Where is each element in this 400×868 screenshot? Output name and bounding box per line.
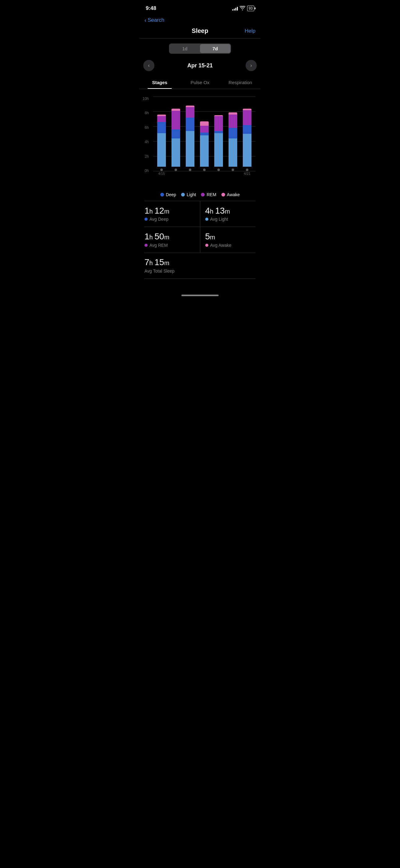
date-prev-button[interactable]: ‹ bbox=[143, 60, 155, 71]
bar-group-2 bbox=[185, 105, 196, 171]
date-range-label: Apr 15-21 bbox=[187, 62, 213, 69]
stat-avg-awake: 5m Avg Awake bbox=[200, 227, 256, 253]
x-label-6: 4/21 bbox=[240, 172, 254, 176]
stat-avg-total-value: 7h 15m bbox=[144, 258, 256, 267]
bar-group-3 bbox=[199, 121, 210, 171]
date-next-button[interactable]: › bbox=[245, 60, 257, 71]
back-nav: ‹ Search bbox=[139, 15, 261, 25]
sleep-chart: 10h 8h 6h 4h 2h 0h 4/154/21 bbox=[139, 89, 261, 188]
bar-dot-1 bbox=[174, 168, 177, 171]
battery-indicator: 93 bbox=[247, 6, 254, 11]
bar-dot-6 bbox=[246, 168, 248, 171]
tab-stages[interactable]: Stages bbox=[139, 76, 180, 89]
stat-awake-dot bbox=[205, 244, 208, 247]
bar-group-6 bbox=[241, 108, 253, 171]
bar-group-5 bbox=[227, 113, 238, 171]
stat-light-dot bbox=[205, 218, 208, 221]
y-label-8h: 8h bbox=[139, 111, 149, 115]
stat-avg-light-label: Avg Light bbox=[205, 217, 256, 222]
stat-avg-light-value: 4h 13m bbox=[205, 206, 256, 216]
stat-avg-awake-label: Avg Awake bbox=[205, 243, 256, 248]
y-label-6h: 6h bbox=[139, 125, 149, 130]
tabs: Stages Pulse Ox Respiration bbox=[139, 76, 261, 89]
chart-legend: Deep Light REM Awake bbox=[139, 188, 261, 201]
x-label-4 bbox=[211, 172, 226, 176]
stat-avg-total-label: Avg Total Sleep bbox=[144, 269, 256, 274]
segment-1d[interactable]: 1d bbox=[170, 44, 200, 53]
status-time: 9:48 bbox=[146, 5, 156, 11]
stat-avg-total: 7h 15m Avg Total Sleep bbox=[144, 253, 256, 278]
chevron-right-icon: › bbox=[250, 63, 252, 68]
home-indicator bbox=[139, 291, 261, 299]
x-label-3 bbox=[197, 172, 211, 176]
stat-rem-dot bbox=[144, 244, 147, 247]
x-label-1 bbox=[169, 172, 183, 176]
stat-avg-rem-label: Avg REM bbox=[144, 243, 195, 248]
stat-avg-deep-value: 1h 12m bbox=[144, 206, 195, 216]
segment-7d[interactable]: 7d bbox=[200, 44, 230, 53]
chevron-left-icon: ‹ bbox=[148, 63, 149, 68]
wifi-icon bbox=[240, 6, 245, 11]
legend-deep-label: Deep bbox=[166, 192, 176, 197]
stats-row-2: 1h 50m Avg REM 5m Avg Awake bbox=[144, 227, 256, 253]
stat-avg-awake-value: 5m bbox=[205, 232, 256, 242]
bar-dot-2 bbox=[189, 168, 191, 171]
y-label-10h: 10h bbox=[139, 97, 149, 101]
legend-rem-dot bbox=[201, 193, 205, 196]
bar-group-1 bbox=[170, 108, 181, 171]
segment-container: 1d 7d bbox=[139, 38, 261, 57]
tab-pulse-ox[interactable]: Pulse Ox bbox=[180, 76, 220, 89]
legend-light-label: Light bbox=[187, 192, 196, 197]
status-right: 93 bbox=[232, 6, 254, 11]
bar-dot-5 bbox=[232, 168, 234, 171]
chart-area bbox=[153, 97, 256, 171]
back-label: Search bbox=[147, 17, 164, 23]
y-label-2h: 2h bbox=[139, 154, 149, 159]
bar-dot-0 bbox=[160, 168, 163, 171]
bar-dot-4 bbox=[218, 168, 220, 171]
stat-avg-rem: 1h 50m Avg REM bbox=[144, 227, 200, 253]
stat-avg-light: 4h 13m Avg Light bbox=[200, 201, 256, 227]
x-label-5 bbox=[226, 172, 240, 176]
header: Sleep Help bbox=[139, 25, 261, 38]
legend-awake-dot bbox=[222, 193, 225, 196]
legend-rem: REM bbox=[201, 192, 216, 197]
stats-row-1: 1h 12m Avg Deep 4h 13m Avg Light bbox=[144, 201, 256, 227]
segment-control: 1d 7d bbox=[169, 43, 231, 54]
stat-deep-dot bbox=[144, 218, 147, 221]
y-label-4h: 4h bbox=[139, 140, 149, 144]
stat-avg-deep-label: Avg Deep bbox=[144, 217, 195, 222]
x-axis-labels: 4/154/21 bbox=[153, 172, 256, 176]
bar-group-0 bbox=[156, 115, 167, 171]
legend-deep-dot bbox=[160, 193, 164, 196]
back-arrow-icon: ‹ bbox=[144, 17, 146, 24]
back-button[interactable]: ‹ Search bbox=[144, 17, 164, 24]
stat-avg-rem-value: 1h 50m bbox=[144, 232, 195, 242]
home-bar bbox=[181, 294, 219, 296]
signal-icon bbox=[232, 6, 238, 10]
stats-container: 1h 12m Avg Deep 4h 13m Avg Light 1h 50m bbox=[139, 201, 261, 278]
bar-group-4 bbox=[213, 115, 224, 171]
bars-container bbox=[153, 97, 256, 171]
page-title: Sleep bbox=[158, 27, 242, 34]
date-navigation: ‹ Apr 15-21 › bbox=[139, 57, 261, 76]
x-label-2 bbox=[183, 172, 197, 176]
y-label-0h: 0h bbox=[139, 168, 149, 173]
legend-deep: Deep bbox=[160, 192, 176, 197]
chart-y-axis: 10h 8h 6h 4h 2h 0h bbox=[139, 97, 149, 173]
x-label-0: 4/15 bbox=[155, 172, 169, 176]
legend-rem-label: REM bbox=[206, 192, 216, 197]
legend-light: Light bbox=[181, 192, 196, 197]
stat-avg-deep: 1h 12m Avg Deep bbox=[144, 201, 200, 227]
bar-dot-3 bbox=[203, 168, 206, 171]
tab-respiration[interactable]: Respiration bbox=[220, 76, 261, 89]
help-button[interactable]: Help bbox=[242, 28, 256, 34]
legend-awake-label: Awake bbox=[227, 192, 240, 197]
legend-awake: Awake bbox=[222, 192, 240, 197]
status-bar: 9:48 93 bbox=[139, 0, 261, 15]
legend-light-dot bbox=[181, 193, 185, 196]
